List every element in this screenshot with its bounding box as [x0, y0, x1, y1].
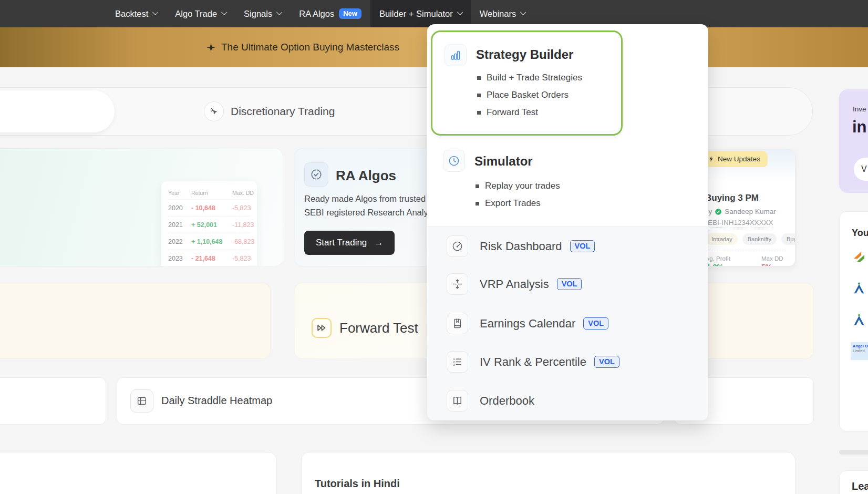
promo-title-fragment: in [852, 118, 867, 137]
forward-test-title: Forward Test [339, 320, 418, 336]
nav-item-algo-trade[interactable]: Algo Trade [166, 0, 235, 27]
ra-algos-description: Ready made Algos from trusted SEBI regis… [304, 192, 439, 219]
dropdown-bullet-forward-test: Forward Test [477, 107, 582, 118]
promo-button[interactable]: V [854, 158, 868, 181]
simulator-title[interactable]: Simulator [474, 153, 533, 169]
nav-item-signals[interactable]: Signals [235, 0, 290, 27]
max-dd-cell: -5,823 [232, 255, 261, 262]
performance-preview-card[interactable]: YearReturnMax. DD2020- 10,648-5,8232021+… [0, 148, 283, 266]
dropdown-item-orderbook[interactable]: Orderbook [447, 390, 534, 411]
dropdown-item-earnings-calendar[interactable]: Earnings CalendarVOL [447, 313, 608, 334]
return-cell: + 1,10,648 [191, 238, 232, 245]
square-bullet-icon [476, 184, 479, 188]
daily-straddle-title: Daily Straddle Heatmap [161, 395, 272, 407]
left-cream-card[interactable] [0, 283, 271, 359]
nav-item-backtest[interactable]: Backtest [106, 0, 166, 27]
vol-badge: VOL [594, 356, 619, 368]
vertical-arrows-icon [447, 273, 468, 295]
gauge-icon [447, 235, 468, 257]
square-bullet-icon [477, 111, 481, 115]
bullet-label: Replay your trades [485, 181, 560, 191]
table-row: 2021+ 52,001-11,823 [168, 217, 250, 233]
angelone-line1: Angel One [853, 344, 868, 348]
column-header: Return [191, 190, 232, 196]
ra-algos-description-line2: SEBI registered Research Analysts [304, 205, 439, 219]
webinar-tags: IntradayBankniftyBuying [706, 233, 795, 245]
open-book-icon [447, 390, 468, 411]
column-header: Max. DD [232, 190, 261, 196]
start-trading-label: Start Trading [316, 238, 367, 248]
notebook-icon [447, 313, 468, 334]
ra-algos-description-line1: Ready made Algos from trusted [304, 192, 439, 205]
learn-card[interactable]: Lear [839, 470, 868, 494]
broker-logo-angelone: Angel One Limited [851, 342, 868, 360]
dropdown-item-vrp-analysis[interactable]: VRP AnalysisVOL [447, 273, 582, 295]
webinar-title: Buying 3 PM [705, 193, 759, 203]
nav-item-label: Backtest [115, 9, 148, 19]
new-updates-label: New Updates [718, 155, 760, 163]
webinar-byline: by Sandeep Kumar [705, 208, 776, 215]
year-cell: 2022 [168, 238, 191, 245]
vol-badge: VOL [583, 317, 608, 330]
bar-chart-icon [445, 44, 467, 66]
max-dd-cell: -11,823 [232, 221, 261, 229]
dropdown-item-iv-rank-percentile[interactable]: 123IV Rank & PercentileVOL [447, 351, 619, 373]
table-row: 2023- 21,648-5,823 [168, 250, 250, 266]
bolt-icon [708, 156, 715, 162]
bullet-label: Forward Test [487, 107, 538, 118]
tag-banknifty: Banknifty [742, 233, 777, 245]
tab-discretionary-label: Discretionary Trading [231, 105, 335, 118]
table-row: 2020- 10,648-5,823 [168, 200, 250, 217]
stat-label-max-dd: Max DD [761, 255, 783, 262]
dropdown-item-risk-dashboard[interactable]: Risk DashboardVOL [447, 235, 595, 257]
start-trading-button[interactable]: Start Trading → [304, 231, 395, 255]
chevron-down-icon [276, 9, 282, 15]
dropdown-bullet-build-trade-strategies: Build + Trade Strategies [477, 73, 582, 83]
table-grid-icon [130, 389, 153, 413]
rail-divider [839, 450, 868, 455]
bullet-label: Export Trades [485, 198, 541, 209]
nav-item-label: Builder + Simulator [379, 9, 453, 19]
max-dd-cell: -68,823 [232, 238, 261, 245]
cursor-click-icon [204, 101, 224, 121]
dropdown-item-label: VRP Analysis [480, 277, 549, 291]
chevron-down-icon [221, 9, 227, 15]
nav-item-builder-simulator[interactable]: Builder + Simulator [370, 0, 471, 27]
return-cell: - 21,648 [191, 255, 232, 262]
nav-item-label: RA Algos [299, 9, 334, 19]
webinar-sebi-registration: SEBI-INH1234XXXXX [703, 219, 773, 228]
brokers-card: Your Angel One Limited [839, 211, 868, 431]
return-cell: - 10,648 [191, 204, 232, 212]
nav-item-label: Signals [244, 9, 272, 19]
verified-seal-icon [304, 162, 328, 187]
year-cell: 2023 [168, 255, 191, 262]
stat-value-max-dd: 5% [761, 263, 772, 266]
vol-badge: VOL [557, 278, 582, 290]
table-row: 2022+ 1,10,648-68,823 [168, 233, 250, 250]
left-mini-card[interactable] [0, 377, 106, 425]
tab-discretionary-trading[interactable]: Discretionary Trading [204, 98, 335, 125]
tab-active-pill[interactable] [0, 90, 115, 132]
brokers-title-fragment: Your [852, 228, 868, 239]
dropdown-item-label: Orderbook [480, 394, 534, 408]
banner-text: The Ultimate Option Buying Masterclass [221, 42, 399, 53]
dropdown-item-strategy-builder[interactable]: Strategy Builder Build + Trade Strategie… [431, 30, 623, 136]
bottom-left-card[interactable] [0, 452, 277, 494]
broker-logo-triangle-icon [852, 281, 866, 296]
nav-item-webinars[interactable]: Webinars [471, 0, 534, 27]
return-cell: + 52,001 [191, 221, 232, 229]
numbered-list-icon: 123 [447, 351, 468, 373]
square-bullet-icon [477, 94, 481, 97]
top-nav: BacktestAlgo TradeSignalsRA AlgosNewBuil… [0, 0, 868, 27]
builder-simulator-dropdown: Strategy Builder Build + Trade Strategie… [427, 24, 708, 420]
tutorials-card[interactable]: Tutorials in Hindi [301, 452, 795, 494]
learn-title-fragment: Lear [852, 480, 868, 492]
square-bullet-icon [476, 202, 479, 205]
dropdown-item-label: Risk Dashboard [480, 240, 562, 253]
clock-icon [443, 150, 465, 172]
chevron-down-icon [152, 9, 158, 15]
nav-item-ra-algos[interactable]: RA AlgosNew [290, 0, 370, 27]
broker-logo-arrow-icon [852, 250, 866, 264]
promo-right-card[interactable]: Inve in V [839, 89, 868, 193]
verified-check-icon [715, 208, 722, 215]
